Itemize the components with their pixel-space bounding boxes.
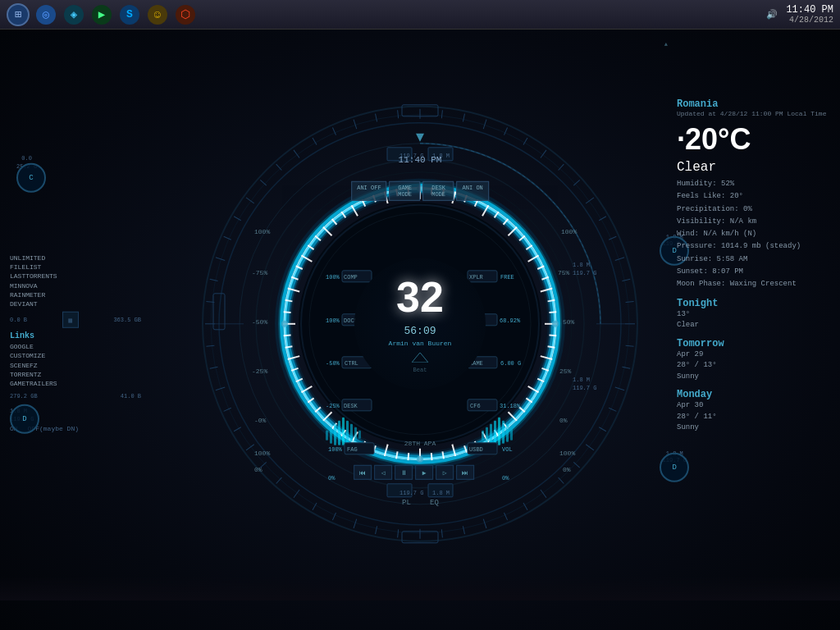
emoji-taskbar-icon[interactable]: ☺	[148, 5, 167, 25]
sidebar-youtube[interactable]: GOOGLE	[10, 342, 141, 351]
svg-text:100%: 100%	[254, 450, 270, 457]
svg-line-47	[206, 345, 214, 346]
svg-line-86	[537, 266, 544, 269]
sidebar-storage-val2: 363.5 GB	[113, 317, 141, 323]
svg-line-53	[234, 217, 241, 221]
svg-text:0%: 0%	[559, 417, 568, 424]
svg-line-139	[352, 205, 358, 216]
weather-details: Humidity: 52% Feels Like: 20° Precipitat…	[677, 178, 829, 291]
sunrise-detail: Sunrise: 5:58 AM	[677, 253, 829, 266]
svg-rect-161	[490, 424, 492, 445]
svg-text:CF6: CF6	[470, 403, 481, 409]
svg-line-113	[373, 445, 376, 452]
sidebar-deviant[interactable]: DEVIANT	[10, 299, 141, 308]
svg-line-90	[549, 312, 556, 313]
gauge-c: C	[16, 163, 46, 193]
track-date: 28TH APA	[404, 440, 436, 447]
game-mode-button[interactable]: GAMEMODE	[390, 181, 421, 201]
svg-rect-219	[468, 399, 497, 411]
svg-text:100%: 100%	[559, 450, 575, 457]
svg-line-116	[341, 430, 345, 436]
svg-line-93	[548, 346, 555, 348]
sidebar-unlimited[interactable]: UNLIMITED	[10, 253, 141, 262]
svg-line-35	[376, 526, 377, 534]
svg-line-43	[234, 427, 241, 431]
svg-text:-50%: -50%	[252, 318, 267, 326]
pause-button[interactable]: ⏸	[395, 465, 413, 480]
svg-line-41	[260, 462, 266, 468]
svg-rect-165	[506, 424, 509, 442]
svg-line-36	[354, 519, 357, 528]
sidebar-google[interactable]: CUSTOMIZE	[10, 351, 141, 360]
svg-line-123	[291, 368, 298, 371]
skype-taskbar-icon[interactable]: S	[120, 5, 139, 25]
svg-line-96	[537, 379, 544, 382]
svg-line-129	[285, 300, 293, 302]
sidebar-minnova[interactable]: MINNOVA	[10, 281, 141, 290]
svg-line-103	[482, 431, 489, 442]
tomorrow-info: Apr 29 28° / 13° Sunny	[677, 349, 829, 383]
svg-line-54	[246, 198, 254, 203]
ani-off-button[interactable]: ANI OFF	[351, 181, 386, 201]
svg-line-108	[431, 453, 432, 460]
prev-prev-button[interactable]: ⏮	[354, 465, 372, 480]
hud-buttons-row: ANI OFF GAMEMODE DESKMODE ANI ON	[351, 181, 489, 201]
volume-icon[interactable]: 🔊	[766, 9, 778, 20]
svg-line-94	[541, 356, 552, 359]
svg-line-105	[464, 445, 467, 452]
browser-taskbar-icon[interactable]: ◎	[36, 5, 56, 25]
svg-text:100%: 100%	[326, 274, 340, 281]
svg-rect-174	[402, 105, 438, 116]
svg-text:25%: 25%	[559, 368, 572, 375]
svg-line-32	[441, 529, 442, 537]
svg-line-19	[626, 345, 634, 346]
sidebar-lasttorrents[interactable]: LASTTORRENTS	[10, 272, 141, 281]
sidebar-torrentz[interactable]: GAMETRAILERS	[10, 379, 141, 388]
media-taskbar-icon[interactable]: ▶	[92, 5, 112, 25]
desk-mode-button[interactable]: DESKMODE	[423, 181, 454, 201]
svg-line-137	[332, 219, 337, 225]
chat-taskbar-icon[interactable]: ◈	[64, 5, 84, 25]
top-right-deco: ▲	[664, 41, 668, 48]
sidebar-customize[interactable]: SCENEFZ	[10, 360, 141, 369]
tonight-info: 13° Clear	[677, 309, 829, 331]
svg-text:DESK: DESK	[344, 403, 358, 409]
play-button[interactable]: ▶	[415, 465, 433, 480]
sidebar-storage-row: 0.0 B ▦ 363.5 GB	[10, 312, 141, 328]
svg-line-104	[475, 441, 478, 448]
svg-marker-173	[416, 134, 424, 142]
svg-line-37	[332, 513, 336, 520]
sidebar-scenefz[interactable]: TORRENTZ	[10, 369, 141, 378]
svg-line-50	[210, 279, 218, 281]
start-button[interactable]: ⊞	[7, 3, 30, 26]
svg-line-8	[523, 138, 527, 145]
sidebar-rainmeter[interactable]: RAINMETER	[10, 290, 141, 299]
next-next-button[interactable]: ⏭	[456, 465, 474, 480]
svg-line-58	[313, 138, 317, 145]
svg-text:31.18%: 31.18%	[500, 403, 521, 409]
svg-line-45	[216, 387, 225, 390]
tonight-temp: 13°	[677, 310, 690, 318]
ani-on-button[interactable]: ANI ON	[457, 181, 489, 201]
inner-hud-content: 32 56:09 Armin van Buuren Beat	[354, 258, 486, 390]
sidebar-filelist[interactable]: FILELIST	[10, 262, 141, 272]
svg-line-100	[508, 412, 517, 421]
svg-line-11	[573, 180, 579, 185]
svg-line-133	[301, 255, 312, 262]
svg-line-10	[559, 164, 564, 170]
svg-line-49	[206, 301, 214, 302]
app-taskbar-icon[interactable]: ⬡	[176, 5, 195, 25]
svg-line-34	[398, 529, 399, 537]
prev-button[interactable]: ◁	[374, 465, 392, 480]
current-time: 11:40 PM	[786, 4, 833, 16]
svg-line-24	[586, 445, 594, 450]
next-button[interactable]: ▷	[436, 465, 454, 480]
svg-text:FREE: FREE	[500, 274, 514, 281]
svg-line-30	[483, 519, 486, 528]
svg-line-101	[504, 423, 509, 429]
humidity-detail: Humidity: 52%	[677, 178, 829, 190]
svg-line-17	[626, 301, 634, 302]
svg-line-81	[504, 219, 509, 225]
svg-line-28	[523, 503, 527, 510]
svg-line-99	[519, 407, 525, 412]
